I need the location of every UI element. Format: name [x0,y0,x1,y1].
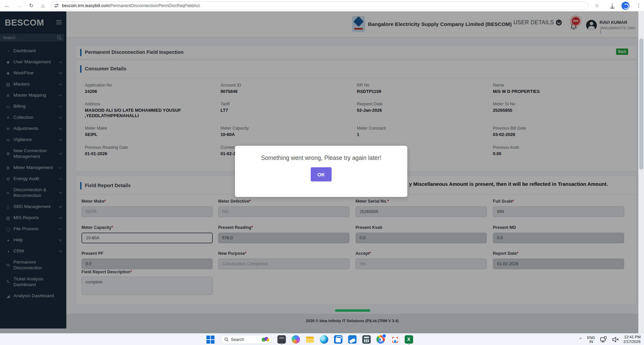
start-button[interactable] [206,335,215,344]
downloads-icon[interactable]: ⭳ [608,1,617,10]
site-settings-tune-icon[interactable] [54,3,59,8]
microsoft-store-icon[interactable] [334,335,342,344]
capture-app-icon[interactable] [391,335,399,344]
modal-message: Something went wrong, Please try again l… [235,154,407,162]
extension-badge [382,334,386,338]
browser-toolbar: ← → ↻ ⌂ bescom.trm.ieasybill.com/Permane… [0,0,644,11]
calculator-app-icon[interactable] [362,335,371,344]
search-highlight-icon [261,337,269,342]
browser-forward-button[interactable]: → [15,1,24,10]
notepad-app-icon[interactable] [277,335,286,344]
file-explorer-icon[interactable] [306,335,314,344]
taskbar-search[interactable]: Search [221,335,272,344]
screen: BESCOM ◔Dashboard ☻User Management ☻Work… [0,0,644,345]
vertical-scrollbar[interactable] [638,11,644,333]
address-bar[interactable]: bescom.trm.ieasybill.com/PermanentDiscon… [50,1,588,10]
error-modal: Something went wrong, Please try again l… [235,146,407,197]
edge-browser-icon[interactable] [320,335,328,344]
browser-reload-button[interactable]: ↻ [27,1,36,10]
bookmark-star-icon[interactable]: ☆ [592,1,601,10]
ok-button[interactable]: OK [311,167,332,181]
search-icon [224,337,229,342]
copilot-app-icon[interactable] [292,335,300,344]
url-text: bescom.trm.ieasybill.com/PermanentDiscon… [62,3,200,8]
tray-chevron-up-icon[interactable]: ⌃ [579,337,582,342]
snipping-tool-icon[interactable] [348,335,357,344]
taskbar: Search X ⌃ ENGIN 12:41 PM2/17/2026 [0,333,644,345]
browser-back-button[interactable]: ← [3,1,11,10]
taskbar-clock[interactable]: 12:41 PM2/17/2026 [623,335,641,344]
browser-menu-icon[interactable]: ⋮ [634,1,643,10]
browser-home-button[interactable]: ⌂ [38,1,47,10]
speaker-muted-icon[interactable] [612,337,619,343]
excel-app-icon[interactable]: X [405,335,413,344]
vertical-scrollbar-thumb[interactable] [639,38,643,170]
language-indicator[interactable]: ENGIN [587,336,595,344]
network-display-icon[interactable] [600,336,607,343]
chrome-browser-icon[interactable] [376,335,385,344]
browser-extension-icon[interactable] [621,2,630,10]
